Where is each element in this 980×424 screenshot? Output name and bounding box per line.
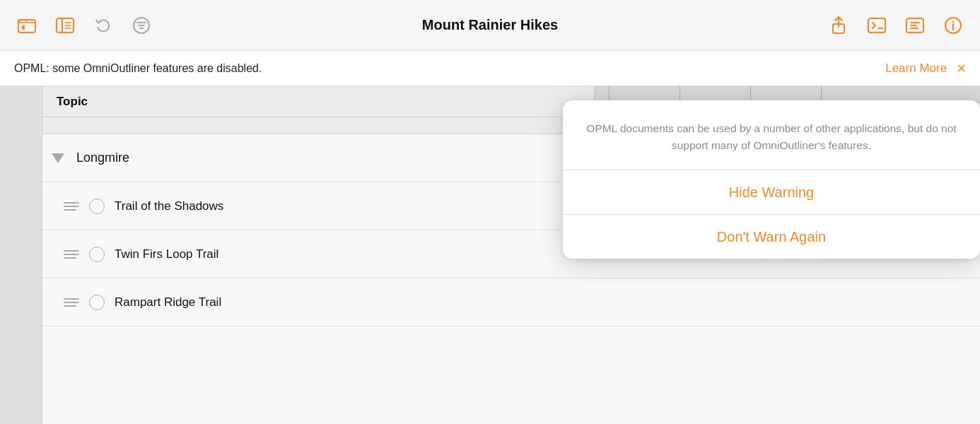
share-icon[interactable] — [826, 13, 851, 38]
note-icon — [64, 247, 79, 262]
dont-warn-again-button[interactable]: Don't Warn Again — [563, 215, 980, 259]
sidebar-strip — [0, 86, 42, 424]
column-header-topic: Topic — [42, 86, 594, 117]
row-text: Trail of the Shadows — [115, 199, 223, 213]
main-area: Topic Longmire Trail of the Shadows — [0, 86, 980, 424]
banner: OPML: some OmniOutliner features are dis… — [0, 51, 980, 86]
hide-warning-button[interactable]: Hide Warning — [563, 170, 980, 214]
row-circle — [89, 199, 105, 214]
toolbar-left — [14, 13, 154, 38]
triangle-icon — [49, 150, 66, 167]
table-row: Rampart Ridge Trail — [42, 278, 980, 326]
banner-actions: Learn More × — [885, 61, 966, 76]
banner-text: OPML: some OmniOutliner features are dis… — [14, 62, 262, 75]
learn-more-link[interactable]: Learn More — [885, 61, 947, 76]
toolbar: Mount Rainier Hikes — [0, 0, 980, 51]
undo-icon[interactable] — [91, 13, 116, 38]
back-folder-icon[interactable] — [14, 13, 40, 38]
terminal-icon[interactable] — [864, 13, 889, 38]
row-text: Longmire — [76, 151, 129, 165]
toolbar-right — [826, 13, 966, 38]
row-circle — [89, 295, 105, 310]
svg-point-7 — [952, 20, 954, 22]
sidebar-toggle-icon[interactable] — [52, 13, 78, 38]
banner-close-button[interactable]: × — [957, 61, 966, 76]
inspector-icon[interactable] — [902, 13, 928, 38]
page-title: Mount Rainier Hikes — [422, 17, 558, 33]
info-icon[interactable] — [940, 13, 966, 38]
row-text: Rampart Ridge Trail — [115, 295, 221, 310]
popup: OPML documents can be used by a number o… — [563, 100, 980, 259]
row-text: Twin Firs Loop Trail — [115, 247, 218, 261]
toolbar-center: Mount Rainier Hikes — [422, 17, 558, 33]
filter-icon[interactable] — [129, 13, 154, 38]
popup-description: OPML documents can be used by a number o… — [584, 120, 959, 154]
note-icon — [64, 199, 79, 214]
row-circle — [89, 247, 105, 262]
popup-body: OPML documents can be used by a number o… — [563, 100, 980, 170]
note-icon — [64, 295, 79, 310]
svg-rect-4 — [868, 18, 885, 33]
